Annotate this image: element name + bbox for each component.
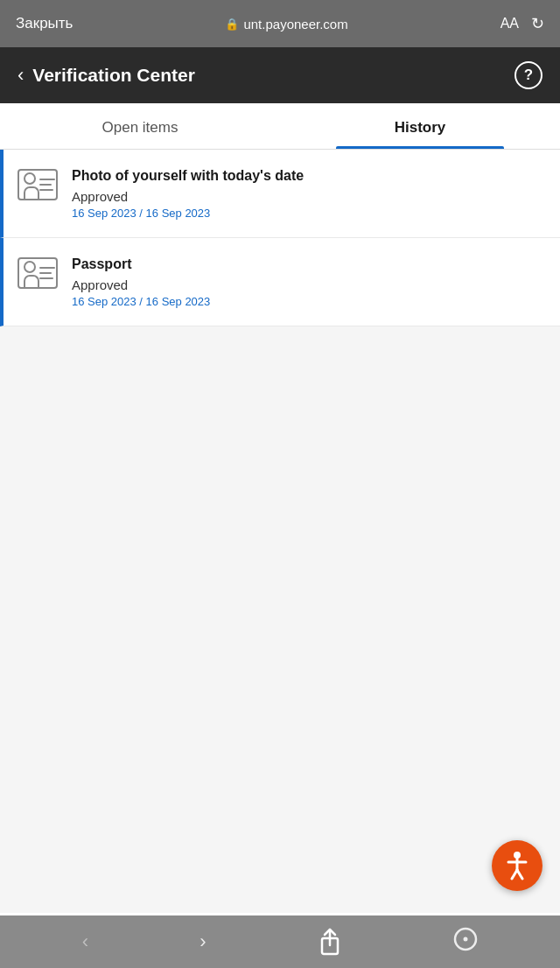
browser-controls: AA ↻ bbox=[500, 14, 544, 33]
item-content: Photo of yourself with today's date Appr… bbox=[72, 167, 542, 220]
compass-icon bbox=[453, 927, 478, 951]
close-button[interactable]: Закрыть bbox=[16, 15, 73, 32]
item-date: 16 Sep 2023 / 16 Sep 2023 bbox=[72, 207, 542, 220]
accessibility-button[interactable] bbox=[492, 840, 542, 891]
tab-history[interactable]: History bbox=[280, 103, 560, 149]
url-bar[interactable]: 🔒 unt.payoneer.com bbox=[225, 17, 347, 32]
item-content: Passport Approved 16 Sep 2023 / 16 Sep 2… bbox=[72, 256, 542, 308]
nav-forward-button[interactable]: › bbox=[200, 930, 206, 953]
id-card-icon bbox=[18, 169, 58, 200]
item-status: Approved bbox=[72, 277, 542, 292]
svg-line-3 bbox=[512, 870, 517, 879]
text-size-button[interactable]: AA bbox=[500, 16, 519, 32]
items-list: Photo of yourself with today's date Appr… bbox=[0, 150, 560, 326]
page-title: Verification Center bbox=[32, 65, 195, 86]
svg-point-7 bbox=[464, 937, 468, 942]
item-title: Photo of yourself with today's date bbox=[72, 167, 542, 186]
browser-bar: Закрыть 🔒 unt.payoneer.com AA ↻ bbox=[0, 0, 560, 47]
id-card-icon bbox=[18, 257, 58, 289]
item-status: Approved bbox=[72, 189, 542, 204]
lock-icon: 🔒 bbox=[225, 18, 239, 31]
nav-back-button[interactable]: ‹ bbox=[82, 930, 88, 953]
url-text: unt.payoneer.com bbox=[243, 17, 347, 32]
share-button[interactable] bbox=[318, 928, 342, 956]
tab-open-items[interactable]: Open items bbox=[0, 103, 280, 149]
header-left: ‹ Verification Center bbox=[18, 64, 195, 87]
content-area: Photo of yourself with today's date Appr… bbox=[0, 150, 560, 913]
list-item[interactable]: Passport Approved 16 Sep 2023 / 16 Sep 2… bbox=[0, 238, 560, 326]
tabs-container: Open items History bbox=[0, 103, 560, 150]
share-icon bbox=[318, 928, 342, 956]
compass-button[interactable] bbox=[453, 927, 478, 957]
bottom-nav-bar: ‹ › bbox=[0, 915, 560, 968]
refresh-button[interactable]: ↻ bbox=[531, 14, 544, 33]
list-item[interactable]: Photo of yourself with today's date Appr… bbox=[0, 150, 560, 238]
help-button[interactable]: ? bbox=[514, 61, 542, 89]
accessibility-icon bbox=[502, 851, 532, 880]
svg-line-4 bbox=[517, 870, 522, 879]
back-button[interactable]: ‹ bbox=[18, 64, 24, 87]
item-date: 16 Sep 2023 / 16 Sep 2023 bbox=[72, 295, 542, 308]
item-title: Passport bbox=[72, 256, 542, 274]
app-header: ‹ Verification Center ? bbox=[0, 47, 560, 103]
